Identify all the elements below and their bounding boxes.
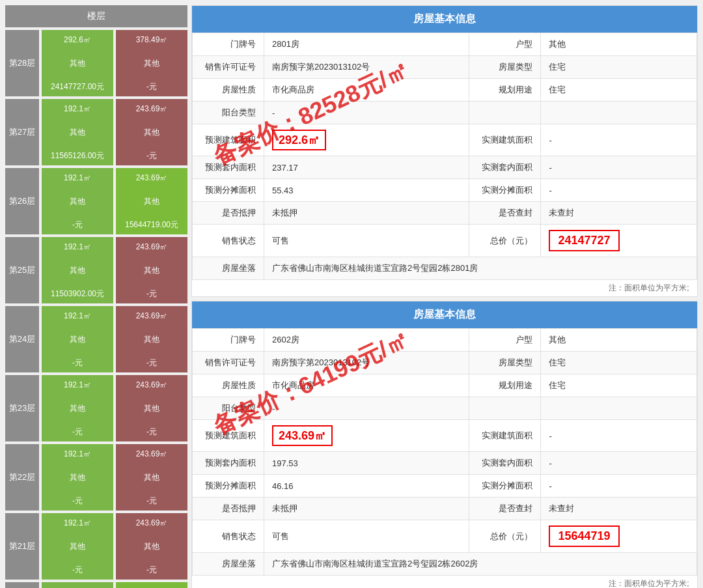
field-value2: 住宅 bbox=[541, 352, 697, 374]
unit-cell[interactable]: 378.49㎡其他-元 bbox=[116, 30, 187, 96]
field-value: 2801房 bbox=[264, 33, 469, 56]
unit-cell[interactable]: 192.1㎡其他-元 bbox=[42, 306, 113, 372]
unit-cell[interactable]: 243.69㎡其他-元 bbox=[116, 444, 187, 511]
floors-container: 第28层292.6㎡其他24147727.00元378.49㎡其他-元第27层1… bbox=[5, 30, 187, 588]
unit-price: 11565126.00元 bbox=[51, 150, 104, 161]
unit-cell[interactable]: 243.69㎡其他-元 bbox=[116, 99, 187, 165]
field-value2: - bbox=[541, 179, 697, 202]
unit-cell[interactable]: 243.69㎡其他-元 bbox=[116, 306, 187, 372]
unit-price: -元 bbox=[146, 81, 157, 92]
field-value: 市化商品房 bbox=[264, 374, 469, 397]
unit-type: 其他 bbox=[70, 126, 85, 138]
unit-area: 243.69㎡ bbox=[136, 103, 168, 115]
highlight-price: 24147727 bbox=[549, 230, 619, 251]
unit-price: 15644719.00元 bbox=[125, 219, 178, 231]
unit-type: 其他 bbox=[144, 471, 159, 483]
floor-label: 第24层 bbox=[5, 306, 39, 372]
field-label2 bbox=[469, 397, 541, 420]
field-value2: 15644719 bbox=[541, 520, 697, 553]
unit-type: 其他 bbox=[144, 126, 159, 138]
unit-price: -元 bbox=[146, 495, 157, 507]
floor-row: 第26层192.1㎡其他-元243.69㎡其他15644719.00元 bbox=[5, 168, 187, 234]
left-panel: 楼层 第28层292.6㎡其他24147727.00元378.49㎡其他-元第2… bbox=[5, 5, 187, 588]
field-value2: 住宅 bbox=[541, 374, 697, 397]
field-label: 房屋性质 bbox=[193, 79, 264, 102]
unit-type: 其他 bbox=[144, 540, 159, 552]
unit-cell[interactable]: 292.6㎡其他24147727.00元 bbox=[42, 30, 113, 96]
unit-type: 其他 bbox=[144, 264, 159, 276]
field-value2 bbox=[541, 102, 697, 124]
field-label: 销售状态 bbox=[193, 225, 264, 257]
field-value: 243.69㎡ bbox=[264, 420, 469, 452]
card2-header: 房屋基本信息 bbox=[192, 301, 697, 328]
field-value: 市化商品房 bbox=[264, 79, 469, 102]
unit-type: 其他 bbox=[70, 471, 85, 483]
field-label2: 实测套内面积 bbox=[469, 156, 541, 179]
field-value: 292.6㎡ bbox=[264, 124, 469, 156]
unit-cell[interactable]: 192.1㎡其他11503902.00元 bbox=[42, 237, 113, 303]
field-value: 未抵押 bbox=[264, 497, 469, 520]
unit-type: 其他 bbox=[70, 540, 85, 552]
unit-type: 其他 bbox=[144, 195, 159, 207]
info-card-1: 房屋基本信息 备案价：82528元/㎡ 门牌号2801房户型其他销售许可证号南房… bbox=[191, 5, 698, 297]
field-label2: 房屋类型 bbox=[469, 56, 541, 79]
unit-cell[interactable]: 243.69㎡其他-元 bbox=[116, 375, 187, 441]
card2-table: 门牌号2602房户型其他销售许可证号南房预字第2023013102号房屋类型住宅… bbox=[192, 328, 697, 588]
floor-label: 第21层 bbox=[5, 513, 39, 580]
field-label2: 实测套内面积 bbox=[469, 452, 541, 475]
field-label2: 规划用途 bbox=[469, 374, 541, 397]
floor-row: 第27层192.1㎡其他11565126.00元243.69㎡其他-元 bbox=[5, 99, 187, 165]
field-value2: 未查封 bbox=[541, 497, 697, 520]
field-value: 55.43 bbox=[264, 179, 469, 202]
unit-cell[interactable]: 243.69㎡其他-元 bbox=[116, 513, 187, 580]
field-label: 房屋坐落 bbox=[193, 553, 264, 576]
field-value: 237.17 bbox=[264, 156, 469, 179]
field-value2: - bbox=[541, 452, 697, 475]
field-label2: 实测分摊面积 bbox=[469, 179, 541, 202]
field-value: 南房预字第2023013102号 bbox=[264, 352, 469, 374]
field-value2: 其他 bbox=[541, 33, 697, 56]
field-value: 广东省佛山市南海区桂城街道宝宜路2号玺园2栋2801房 bbox=[264, 257, 697, 280]
unit-area: 192.1㎡ bbox=[64, 310, 91, 322]
unit-cell[interactable]: 192.1㎡其他-元 bbox=[42, 444, 113, 511]
unit-cell[interactable]: 192.1㎡其他-元 bbox=[42, 375, 113, 441]
unit-cell[interactable]: 192.1㎡其他11565126.00元 bbox=[42, 99, 113, 165]
field-label2: 实测分摊面积 bbox=[469, 475, 541, 497]
floor-row: 第20层192.1㎡其他-元243.69㎡其他15334051.00元 bbox=[5, 582, 187, 588]
unit-type: 其他 bbox=[70, 333, 85, 345]
unit-area: 378.49㎡ bbox=[136, 34, 168, 46]
note-text: 注：面积单位为平方米; bbox=[193, 576, 697, 589]
unit-cell[interactable]: 243.69㎡其他15644719.00元 bbox=[116, 168, 187, 234]
unit-area: 292.6㎡ bbox=[64, 34, 91, 46]
highlight-price: 15644719 bbox=[549, 525, 619, 547]
field-value2: - bbox=[541, 420, 697, 452]
floor-row: 第22层192.1㎡其他-元243.69㎡其他-元 bbox=[5, 444, 187, 511]
unit-type: 其他 bbox=[144, 57, 159, 69]
floor-label: 第22层 bbox=[5, 444, 39, 511]
unit-area: 243.69㎡ bbox=[136, 379, 168, 391]
unit-area: 243.69㎡ bbox=[136, 172, 168, 184]
unit-type: 其他 bbox=[70, 264, 85, 276]
floor-label: 第26层 bbox=[5, 168, 39, 234]
floor-row: 第21层192.1㎡其他-元243.69㎡其他-元 bbox=[5, 513, 187, 580]
unit-price: -元 bbox=[146, 150, 157, 161]
unit-cell[interactable]: 243.69㎡其他-元 bbox=[116, 237, 187, 303]
unit-cell[interactable]: 243.69㎡其他15334051.00元 bbox=[116, 582, 187, 588]
field-label2: 规划用途 bbox=[469, 79, 541, 102]
field-value2: 其他 bbox=[541, 329, 697, 352]
field-value2: - bbox=[541, 475, 697, 497]
field-value2: - bbox=[541, 124, 697, 156]
field-label: 阳台类型 bbox=[193, 102, 264, 124]
unit-type: 其他 bbox=[144, 402, 159, 414]
unit-price: 24147727.00元 bbox=[51, 81, 104, 92]
unit-cell[interactable]: 192.1㎡其他-元 bbox=[42, 582, 113, 588]
field-label: 预测套内面积 bbox=[193, 156, 264, 179]
unit-cell[interactable]: 192.1㎡其他-元 bbox=[42, 168, 113, 234]
field-label: 门牌号 bbox=[193, 33, 264, 56]
floor-label: 第23层 bbox=[5, 375, 39, 441]
unit-cell[interactable]: 192.1㎡其他-元 bbox=[42, 513, 113, 580]
field-value2: - bbox=[541, 156, 697, 179]
field-label: 是否抵押 bbox=[193, 497, 264, 520]
field-value: 197.53 bbox=[264, 452, 469, 475]
floor-row: 第28层292.6㎡其他24147727.00元378.49㎡其他-元 bbox=[5, 30, 187, 96]
